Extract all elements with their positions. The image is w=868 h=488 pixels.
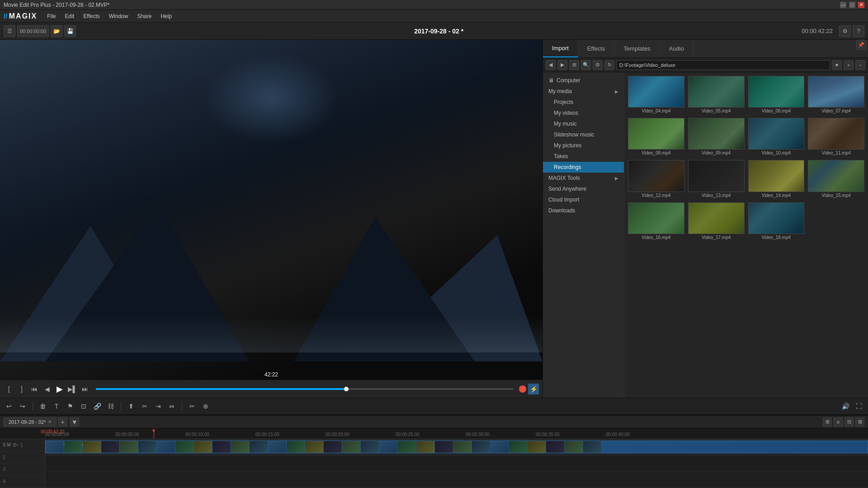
sidebar-item-computer[interactable]: 🖥 Computer bbox=[543, 75, 624, 86]
timeline-view-btn1[interactable]: ⊞ bbox=[823, 418, 832, 427]
media-thumb-video08[interactable]: Video_08.mp4 bbox=[628, 118, 684, 156]
thumb-label-video05: Video_05.mp4 bbox=[688, 108, 745, 114]
skip-fwd-button[interactable]: ⏭ bbox=[80, 384, 90, 394]
media-thumb-video04[interactable]: Video_04.mp4 bbox=[628, 76, 684, 114]
sidebar-item-magix-tools[interactable]: MAGIX Tools ▶ bbox=[543, 173, 624, 183]
tab-import[interactable]: Import bbox=[543, 40, 578, 57]
settings-panel-button[interactable]: ⚙ bbox=[593, 60, 603, 70]
prev-frame-button[interactable]: ◀ bbox=[42, 384, 52, 394]
menu-help[interactable]: Help bbox=[156, 11, 176, 21]
media-thumb-video15[interactable]: Video_15.mp4 bbox=[808, 160, 864, 198]
sidebar-item-slideshow-music[interactable]: Slideshow music bbox=[543, 129, 624, 140]
add-timeline-button[interactable]: + bbox=[58, 418, 67, 427]
refresh-button[interactable]: ↻ bbox=[604, 60, 614, 70]
nav-back-button[interactable]: ◀ bbox=[546, 60, 556, 70]
cut-button[interactable]: ✂ bbox=[187, 401, 198, 412]
preview-progress[interactable] bbox=[96, 388, 514, 390]
video-clip-bar[interactable]: Rock Climbing Landscape... bbox=[45, 441, 868, 453]
snap-button[interactable]: ⊡ bbox=[78, 401, 89, 412]
sidebar-item-my-videos[interactable]: My videos bbox=[543, 108, 624, 118]
media-thumb-video12[interactable]: Video_12.mp4 bbox=[628, 160, 684, 198]
delete-button[interactable]: 🗑 bbox=[38, 401, 48, 412]
media-thumb-video17[interactable]: Video_17.mp4 bbox=[688, 202, 745, 241]
menu-effects[interactable]: Effects bbox=[79, 11, 104, 21]
thumb-label-video07: Video_07.mp4 bbox=[808, 108, 864, 114]
timeline-dropdown-button[interactable]: ▼ bbox=[70, 418, 79, 427]
clip-mini-2 bbox=[64, 441, 82, 453]
sidebar-item-takes[interactable]: Takes bbox=[543, 151, 624, 162]
media-thumb-video16[interactable]: Video_16.mp4 bbox=[628, 202, 684, 241]
sidebar-item-my-pictures[interactable]: My pictures bbox=[543, 140, 624, 151]
menu-file[interactable]: File bbox=[42, 11, 60, 21]
sidebar-item-recordings[interactable]: Recordings bbox=[543, 162, 624, 173]
media-thumb-video05[interactable]: Video_05.mp4 bbox=[688, 76, 745, 114]
sidebar-item-downloads[interactable]: Downloads bbox=[543, 205, 624, 216]
media-thumb-video10[interactable]: Video_10.mp4 bbox=[748, 118, 805, 156]
minimize-button[interactable]: — bbox=[840, 2, 846, 8]
progress-marker bbox=[344, 387, 349, 391]
clip-mini-29 bbox=[565, 441, 583, 453]
close-button[interactable]: ✕ bbox=[858, 2, 864, 8]
menu-share[interactable]: Share bbox=[132, 11, 156, 21]
undo-button[interactable]: ↩ bbox=[4, 401, 14, 412]
media-thumb-video09[interactable]: Video_09.mp4 bbox=[688, 118, 745, 156]
media-thumb-video07[interactable]: Video_07.mp4 bbox=[808, 76, 864, 114]
marker-button[interactable]: ⚑ bbox=[65, 401, 75, 412]
maximize-button[interactable]: □ bbox=[849, 2, 855, 8]
ripple-button[interactable]: ⇥ bbox=[153, 401, 164, 412]
add-folder-button[interactable]: + bbox=[844, 60, 854, 70]
cursor-button[interactable]: ⬆ bbox=[126, 401, 137, 412]
skip-back-button[interactable]: ⏮ bbox=[29, 384, 40, 394]
path-input[interactable] bbox=[616, 60, 830, 70]
tab-templates[interactable]: Templates bbox=[614, 40, 660, 57]
timeline-view-btn3[interactable]: ⊟ bbox=[844, 418, 854, 427]
menu-edit[interactable]: Edit bbox=[61, 11, 79, 21]
remove-folder-button[interactable]: − bbox=[855, 60, 865, 70]
trim-button[interactable]: ✂ bbox=[139, 401, 150, 412]
media-thumb-video18[interactable]: Video_18.mp4 bbox=[748, 202, 805, 241]
redo-button[interactable]: ↪ bbox=[17, 401, 28, 412]
timeline-tab-close[interactable]: ✕ bbox=[48, 419, 52, 424]
media-thumb-video06[interactable]: Video_06.mp4 bbox=[748, 76, 805, 114]
hamburger-button[interactable]: ☰ bbox=[4, 25, 15, 37]
mark-in-button[interactable]: [ bbox=[4, 384, 14, 394]
next-frame-button[interactable]: ▶▌ bbox=[67, 384, 78, 394]
view-grid-button[interactable]: ⊞ bbox=[569, 60, 579, 70]
sidebar-item-my-music[interactable]: My music bbox=[543, 118, 624, 129]
search-button[interactable]: 🔍 bbox=[581, 60, 591, 70]
menu-window[interactable]: Window bbox=[104, 11, 133, 21]
volume-button[interactable]: 🔊 bbox=[840, 401, 851, 412]
media-thumb-video14[interactable]: Video_14.mp4 bbox=[748, 160, 805, 198]
settings-button[interactable]: ⚙ bbox=[839, 25, 851, 37]
timecode: 00:00:42:22 bbox=[802, 28, 833, 34]
open-file-button[interactable]: 📂 bbox=[51, 25, 62, 37]
sidebar-item-projects[interactable]: Projects bbox=[543, 97, 624, 108]
lightning-button[interactable]: ⚡ bbox=[528, 384, 539, 394]
media-thumb-video11[interactable]: Video_11.mp4 bbox=[808, 118, 864, 156]
sidebar-item-cloud-import[interactable]: Cloud Import bbox=[543, 194, 624, 205]
save-button[interactable]: 💾 bbox=[64, 25, 76, 37]
tab-effects[interactable]: Effects bbox=[578, 40, 615, 57]
panel-pin-button[interactable]: 📌 bbox=[856, 40, 866, 50]
sidebar-item-my-media[interactable]: My media ▶ bbox=[543, 86, 624, 97]
adjust-button[interactable]: ⇔ bbox=[166, 401, 177, 412]
insert-button[interactable]: ⊕ bbox=[200, 401, 211, 412]
path-dropdown-button[interactable]: ▼ bbox=[832, 60, 842, 70]
tab-audio[interactable]: Audio bbox=[660, 40, 693, 57]
play-button[interactable]: ▶ bbox=[54, 384, 65, 394]
timeline-tab-main[interactable]: 2017-09-28 - 02* ✕ bbox=[4, 418, 57, 427]
record-button[interactable] bbox=[519, 385, 526, 393]
link-button[interactable]: 🔗 bbox=[92, 401, 103, 412]
mark-out-button[interactable]: ] bbox=[16, 384, 27, 394]
sidebar-item-send-anywhere[interactable]: Send Anywhere bbox=[543, 183, 624, 194]
ruler-mark-5: 00:00:05:00 bbox=[115, 432, 139, 437]
preview-controls: [ ] ⏮ ◀ ▶ ▶▌ ⏭ ⚡ bbox=[0, 380, 542, 398]
help-button[interactable]: ? bbox=[853, 25, 864, 37]
text-button[interactable]: T bbox=[51, 401, 62, 412]
fullscreen-button[interactable]: ⛶ bbox=[854, 401, 864, 412]
chain-button[interactable]: ⛓ bbox=[105, 401, 116, 412]
timeline-view-btn4[interactable]: ⊠ bbox=[855, 418, 864, 427]
nav-fwd-button[interactable]: ▶ bbox=[557, 60, 567, 70]
media-thumb-video13[interactable]: Video_13.mp4 bbox=[688, 160, 745, 198]
timeline-view-btn2[interactable]: ≡ bbox=[834, 418, 843, 427]
